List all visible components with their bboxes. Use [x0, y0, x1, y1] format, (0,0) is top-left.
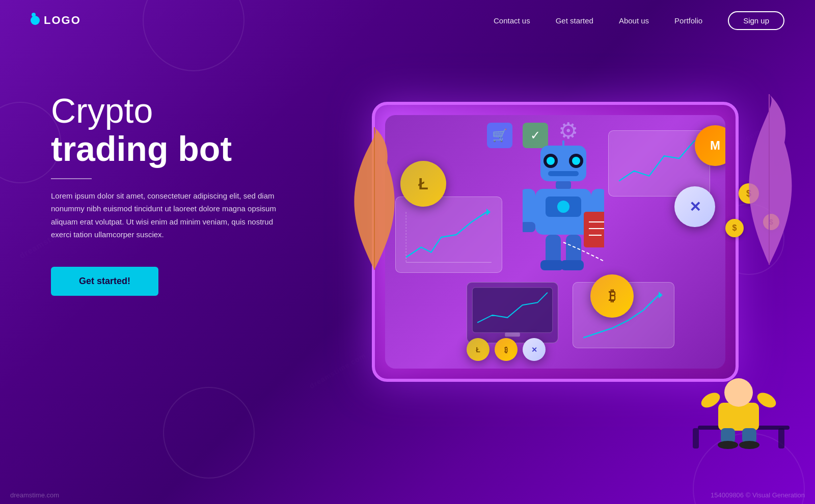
svg-rect-21 — [523, 222, 535, 232]
small-coin-1: Ł — [467, 338, 490, 361]
logo: LOGO — [31, 14, 81, 27]
svg-rect-7 — [505, 332, 520, 337]
small-coin-3: ✕ — [523, 338, 546, 361]
hero-divider — [51, 178, 92, 179]
get-started-button[interactable]: Get started! — [51, 267, 158, 296]
chart-card-2 — [395, 197, 502, 273]
laptop-screen: 🛒 ✓ ⚙ Ł M ✕ ₿ — [385, 115, 725, 369]
nav-get-started[interactable]: Get started — [556, 16, 593, 25]
nav-links: Contact us Get started About us Portfoli… — [494, 11, 784, 30]
gear-icon: ⚙ — [558, 118, 578, 144]
cart-icon: 🛒 — [487, 123, 512, 148]
svg-rect-29 — [540, 260, 563, 270]
litecoin-icon: Ł — [400, 161, 446, 207]
leaf-right-icon — [744, 92, 795, 270]
hero-title-line2: trading bot — [51, 130, 316, 168]
nav-about-us[interactable]: About us — [619, 16, 649, 25]
ripple-icon: ✕ — [674, 186, 715, 227]
svg-point-10 — [547, 157, 555, 165]
bottom-site: dreamstime.com — [10, 491, 59, 499]
svg-rect-16 — [556, 181, 571, 189]
navbar: LOGO Contact us Get started About us Por… — [0, 0, 815, 41]
small-coin-2: ₿ — [495, 338, 518, 361]
hero-title-line1: Crypto — [51, 91, 153, 130]
svg-rect-32 — [693, 428, 699, 449]
svg-point-35 — [724, 378, 753, 407]
robot-figure — [523, 141, 604, 285]
svg-point-40 — [718, 441, 738, 449]
svg-point-41 — [739, 441, 759, 449]
svg-marker-2 — [486, 209, 491, 216]
svg-rect-34 — [718, 403, 759, 431]
svg-rect-30 — [561, 260, 584, 270]
nav-portfolio[interactable]: Portfolio — [674, 16, 702, 25]
hero-title: Crypto trading bot — [51, 92, 316, 168]
logo-icon — [31, 16, 40, 25]
svg-point-19 — [557, 201, 569, 213]
svg-marker-5 — [659, 292, 663, 299]
svg-point-12 — [572, 157, 580, 165]
person-figure — [688, 370, 790, 453]
bottom-attribution: 154009806 © Visual Generation — [711, 491, 805, 499]
svg-rect-23 — [584, 212, 604, 247]
leaf-left-icon — [351, 122, 397, 275]
svg-rect-33 — [778, 428, 784, 449]
nav-contact-us[interactable]: Contact us — [494, 16, 530, 25]
hero-content: Crypto trading bot Lorem ipsum dolor sit… — [51, 92, 316, 296]
nav-signup-button[interactable]: Sign up — [728, 11, 784, 30]
laptop-frame: 🛒 ✓ ⚙ Ł M ✕ ₿ — [372, 102, 739, 382]
svg-rect-13 — [548, 171, 579, 176]
hero-illustration: 🛒 ✓ ⚙ Ł M ✕ ₿ — [341, 41, 800, 463]
hero-description: Lorem ipsum dolor sit amet, consectetuer… — [51, 189, 295, 241]
logo-text: LOGO — [44, 14, 81, 27]
dollar-sign-3: $ — [725, 219, 744, 237]
mini-monitor — [467, 282, 558, 343]
svg-rect-6 — [472, 288, 552, 333]
